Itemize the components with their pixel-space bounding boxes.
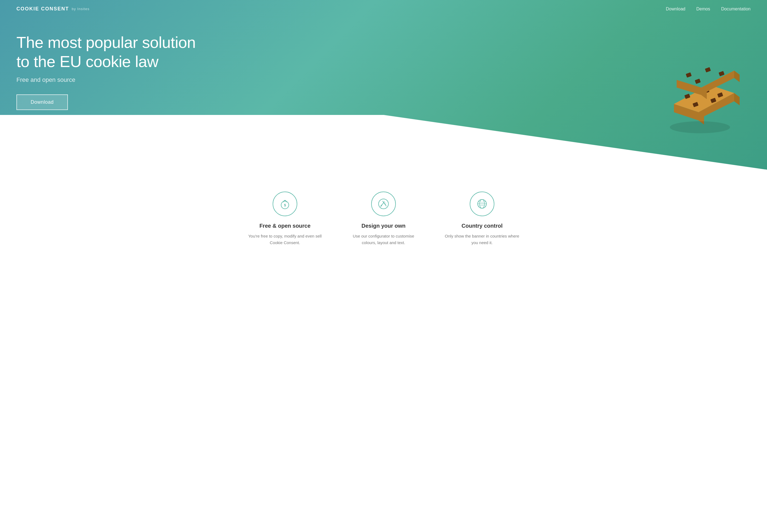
- feature-design-title: Design your own: [345, 223, 422, 229]
- svg-marker-2: [734, 93, 740, 105]
- svg-line-25: [383, 202, 384, 203]
- feature-design-your-own: Design your own Use our configurator to …: [345, 192, 422, 246]
- globe-icon: [476, 198, 488, 210]
- free-open-source-icon-circle: $: [273, 192, 297, 216]
- site-header: COOKIE CONSENT by Insites Download Demos…: [0, 0, 767, 18]
- svg-point-18: [670, 121, 730, 133]
- feature-free-title: Free & open source: [247, 223, 323, 229]
- feature-design-desc: Use our configurator to customise colour…: [345, 233, 422, 246]
- cookie-svg: [658, 55, 745, 137]
- svg-text:$: $: [284, 203, 286, 207]
- hero-download-button[interactable]: Download: [16, 94, 68, 110]
- feature-country-control: Country control Only show the banner in …: [444, 192, 520, 246]
- cookie-illustration: [658, 55, 745, 137]
- svg-rect-14: [686, 72, 692, 77]
- design-your-own-icon-circle: [371, 192, 396, 216]
- svg-line-26: [384, 203, 385, 204]
- design-tools-icon: [377, 198, 390, 210]
- feature-free-desc: You're free to copy, modify and even sel…: [247, 233, 323, 246]
- hero-content: The most popular solution to the EU cook…: [16, 33, 196, 119]
- svg-point-21: [379, 199, 388, 209]
- logo-text: COOKIE CONSENT: [16, 6, 69, 12]
- nav-docs[interactable]: Documentation: [721, 7, 751, 11]
- features-section: $ Free & open source You're free to copy…: [0, 170, 767, 262]
- svg-marker-11: [734, 71, 740, 82]
- nav-download[interactable]: Download: [666, 7, 685, 11]
- feature-country-desc: Only show the banner in countries where …: [444, 233, 520, 246]
- feature-free-open-source: $ Free & open source You're free to copy…: [247, 192, 323, 246]
- version-text: Currently v 3.1.0: [16, 114, 196, 119]
- svg-line-27: [385, 204, 386, 205]
- svg-rect-15: [705, 67, 711, 72]
- svg-rect-16: [719, 71, 725, 76]
- main-nav: Download Demos Documentation: [666, 7, 751, 11]
- logo-area: COOKIE CONSENT by Insites: [16, 6, 90, 12]
- nav-demos[interactable]: Demos: [696, 7, 710, 11]
- feature-country-title: Country control: [444, 223, 520, 229]
- logo-by: by Insites: [72, 7, 90, 11]
- hero-subtitle: Free and open source: [16, 76, 196, 83]
- money-bag-icon: $: [279, 198, 291, 210]
- country-control-icon-circle: [470, 192, 494, 216]
- hero-section: The most popular solution to the EU cook…: [0, 0, 767, 170]
- svg-rect-17: [695, 79, 701, 84]
- hero-title: The most popular solution to the EU cook…: [16, 33, 196, 71]
